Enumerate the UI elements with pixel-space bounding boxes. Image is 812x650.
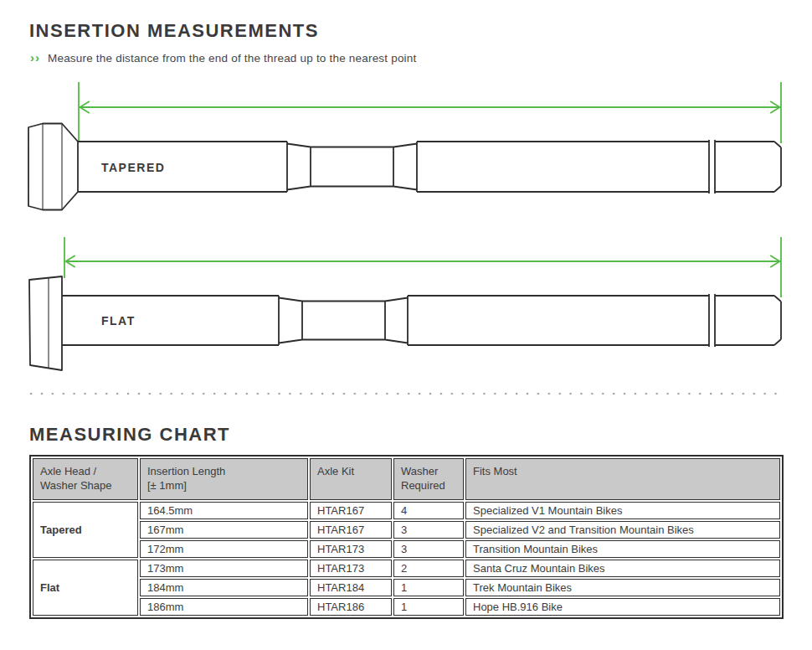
fits-most-cell: Santa Cruz Mountain Bikes [465, 560, 780, 577]
insertion-length-cell: 173mm [140, 560, 308, 577]
table-row: Flat 173mm HTAR173 2 Santa Cruz Mountain… [33, 560, 780, 577]
header-line: Insertion Length [147, 465, 301, 479]
instruction-text: Measure the distance from the end of the… [48, 52, 416, 64]
axle-kit-cell: HTAR186 [310, 598, 392, 616]
fits-most-cell: Specialized V2 and Transition Mountain B… [465, 521, 780, 539]
tapered-label: TAPERED [101, 161, 165, 174]
flat-axle-outline [29, 276, 781, 370]
header-line: Required [401, 479, 456, 493]
tapered-measurement-arrow [79, 83, 781, 142]
fits-most-cell: Specialized V1 Mountain Bikes [465, 502, 780, 519]
table-row: Tapered 164.5mm HTAR167 4 Specialized V1… [33, 502, 780, 519]
col-header-axle-head-washer-shape: Axle Head / Washer Shape [33, 458, 138, 500]
header-line: Washer Shape [40, 479, 131, 493]
measuring-chart-title: MEASURING CHART [29, 424, 230, 446]
flat-measurement-arrow [64, 238, 781, 297]
axle-kit-cell: HTAR167 [310, 521, 392, 539]
instruction-line: ››Measure the distance from the end of t… [30, 50, 416, 64]
washer-required-cell: 1 [393, 598, 464, 616]
table-row: 184mm HTAR184 1 Trek Mountain Bikes [33, 579, 780, 596]
axle-kit-cell: HTAR173 [310, 540, 392, 558]
washer-required-cell: 2 [393, 560, 464, 577]
washer-required-cell: 1 [393, 579, 464, 596]
page-title: INSERTION MEASUREMENTS [29, 20, 319, 42]
axle-kit-cell: HTAR184 [310, 579, 392, 596]
insertion-length-cell: 167mm [140, 521, 308, 539]
col-header-axle-kit: Axle Kit [310, 458, 392, 500]
col-header-washer-required: Washer Required [393, 458, 464, 500]
header-line: Washer [401, 465, 456, 479]
header-line: Fits Most [473, 465, 773, 479]
axle-kit-cell: HTAR167 [310, 502, 392, 519]
header-line: Axle Kit [317, 465, 384, 479]
header-line: Axle Head / [40, 465, 131, 479]
axle-kit-cell: HTAR173 [310, 560, 392, 577]
col-header-fits-most: Fits Most [465, 458, 780, 500]
insertion-length-cell: 172mm [140, 540, 308, 558]
table-row: 186mm HTAR186 1 Hope HB.916 Bike [33, 598, 780, 616]
washer-required-cell: 4 [393, 502, 464, 519]
fits-most-cell: Transition Mountain Bikes [465, 540, 780, 558]
table-row: 167mm HTAR167 3 Specialized V2 and Trans… [33, 521, 780, 539]
flat-label: FLAT [101, 314, 136, 328]
double-chevron-icon: ›› [30, 50, 40, 64]
insertion-length-cell: 186mm [140, 598, 308, 616]
washer-required-cell: 3 [393, 540, 464, 558]
fits-most-cell: Hope HB.916 Bike [465, 598, 780, 616]
measuring-chart-table: Axle Head / Washer Shape Insertion Lengt… [29, 455, 784, 619]
table-header-row: Axle Head / Washer Shape Insertion Lengt… [33, 458, 780, 500]
fits-most-cell: Trek Mountain Bikes [465, 579, 780, 596]
flat-axle-diagram: FLAT [0, 233, 812, 377]
manual-page: INSERTION MEASUREMENTS ››Measure the dis… [0, 0, 812, 650]
insertion-length-cell: 164.5mm [140, 502, 308, 519]
axle-shape-cell: Tapered [33, 502, 138, 558]
axle-shape-cell: Flat [33, 560, 138, 616]
header-line: [± 1mm] [147, 479, 301, 493]
dotted-divider [29, 392, 783, 395]
table-row: 172mm HTAR173 3 Transition Mountain Bike… [33, 540, 780, 558]
washer-required-cell: 3 [393, 521, 464, 539]
tapered-axle-diagram: TAPERED [0, 80, 812, 226]
insertion-length-cell: 184mm [140, 579, 308, 596]
tapered-head-detail-lines [43, 124, 62, 210]
col-header-insertion-length: Insertion Length [± 1mm] [140, 458, 308, 500]
